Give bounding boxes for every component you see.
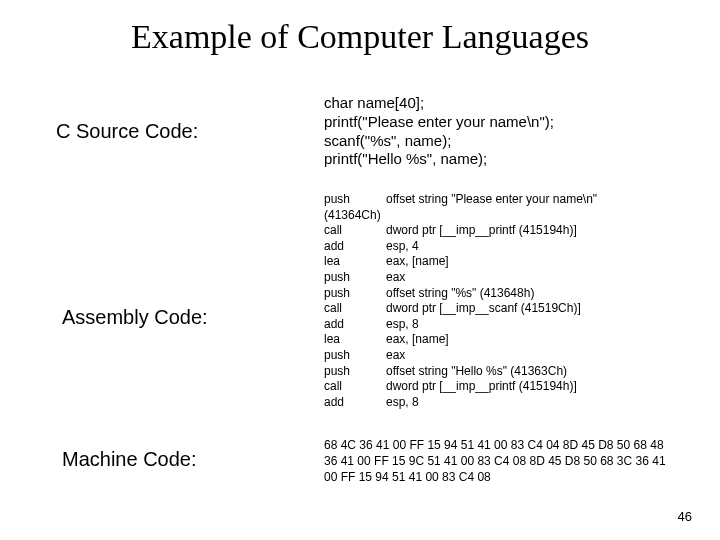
asm-operand: offset string "Hello %s" (41363Ch) — [386, 364, 684, 380]
asm-opcode: call — [324, 223, 386, 239]
asm-opcode: add — [324, 317, 386, 333]
asm-operand: dword ptr [__imp__scanf (41519Ch)] — [386, 301, 684, 317]
asm-operand: offset string "%s" (413648h) — [386, 286, 684, 302]
asm-line: pusheax — [324, 348, 684, 364]
asm-operand: dword ptr [__imp__printf (415194h)] — [386, 379, 684, 395]
asm-line: leaeax, [name] — [324, 332, 684, 348]
machine-code-label: Machine Code: — [62, 448, 197, 471]
asm-operand: eax, [name] — [386, 254, 684, 270]
asm-opcode: lea — [324, 254, 386, 270]
asm-operand: offset string "Please enter your name\n" — [386, 192, 684, 208]
asm-operand: eax, [name] — [386, 332, 684, 348]
asm-operand: dword ptr [__imp__printf (415194h)] — [386, 223, 684, 239]
asm-line: pushoffset string "Please enter your nam… — [324, 192, 684, 208]
asm-opcode: lea — [324, 332, 386, 348]
page-number: 46 — [678, 509, 692, 524]
asm-line: addesp, 8 — [324, 395, 684, 411]
asm-opcode: push — [324, 192, 386, 208]
assembly-label: Assembly Code: — [62, 306, 208, 329]
slide: Example of Computer Languages C Source C… — [0, 0, 720, 540]
asm-operand: eax — [386, 270, 684, 286]
asm-line: leaeax, [name] — [324, 254, 684, 270]
asm-operand: esp, 8 — [386, 395, 684, 411]
c-source-code: char name[40]; printf("Please enter your… — [324, 94, 684, 169]
asm-line: addesp, 4 — [324, 239, 684, 255]
asm-opcode: push — [324, 348, 386, 364]
machine-code: 68 4C 36 41 00 FF 15 94 51 41 00 83 C4 0… — [324, 437, 674, 486]
asm-line: pushoffset string "Hello %s" (41363Ch) — [324, 364, 684, 380]
asm-opcode: push — [324, 286, 386, 302]
asm-line: pusheax — [324, 270, 684, 286]
c-source-label: C Source Code: — [56, 120, 198, 143]
asm-line: addesp, 8 — [324, 317, 684, 333]
asm-opcode: push — [324, 270, 386, 286]
asm-line: calldword ptr [__imp__scanf (41519Ch)] — [324, 301, 684, 317]
asm-operand: eax — [386, 348, 684, 364]
asm-line: calldword ptr [__imp__printf (415194h)] — [324, 379, 684, 395]
asm-operand: esp, 8 — [386, 317, 684, 333]
assembly-code: pushoffset string "Please enter your nam… — [324, 192, 684, 410]
asm-operand: esp, 4 — [386, 239, 684, 255]
asm-line: (41364Ch) — [324, 208, 684, 224]
asm-opcode: add — [324, 239, 386, 255]
asm-opcode: push — [324, 364, 386, 380]
asm-opcode: call — [324, 379, 386, 395]
asm-opcode: call — [324, 301, 386, 317]
asm-opcode: add — [324, 395, 386, 411]
asm-line: pushoffset string "%s" (413648h) — [324, 286, 684, 302]
asm-line: calldword ptr [__imp__printf (415194h)] — [324, 223, 684, 239]
slide-title: Example of Computer Languages — [0, 18, 720, 56]
